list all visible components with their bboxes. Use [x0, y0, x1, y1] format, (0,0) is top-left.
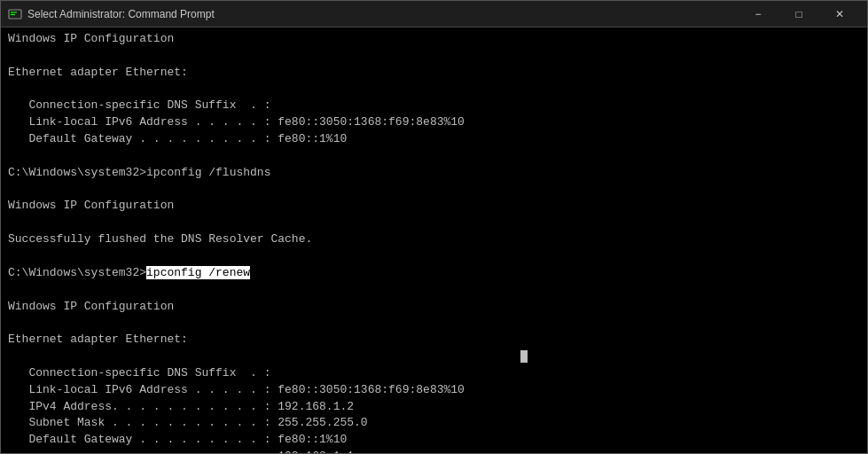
maximize-button[interactable]: □	[778, 1, 819, 27]
current-command: ipconfig /renew	[146, 266, 250, 279]
close-button[interactable]: ✕	[819, 1, 860, 27]
command-prompt-window: Select Administrator: Command Prompt − □…	[0, 0, 868, 454]
window-title: Select Administrator: Command Prompt	[27, 8, 738, 20]
titlebar: Select Administrator: Command Prompt − □…	[1, 1, 867, 27]
terminal-text: Windows IP Configuration Ethernet adapte…	[8, 32, 528, 453]
minimize-button[interactable]: −	[738, 1, 778, 27]
window-icon	[8, 7, 22, 21]
terminal-output[interactable]: Windows IP Configuration Ethernet adapte…	[1, 27, 867, 453]
terminal-cursor	[520, 350, 528, 363]
window-controls: − □ ✕	[738, 1, 860, 27]
